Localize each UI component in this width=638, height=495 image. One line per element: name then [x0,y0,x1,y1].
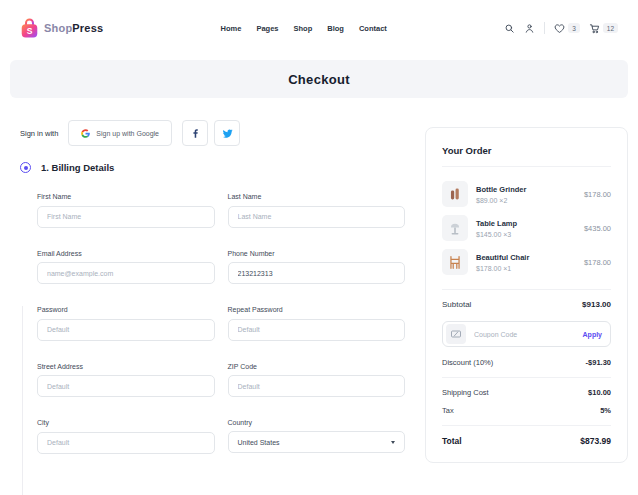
divider [442,166,611,167]
checkout-form-column: Sign in with Sign up with Google [20,120,405,463]
order-item: Table Lamp $145.00 ×3 $435.00 [442,211,611,245]
zip-code-field: ZIP Code [228,363,406,398]
discount-row: Discount (10%) -$91.30 [442,358,611,367]
discount-value: -$91.30 [586,358,611,367]
form-row: Street Address ZIP Code [37,363,405,398]
divider [442,289,611,290]
street-address-input[interactable] [37,375,215,397]
wishlist-button[interactable]: 3 [554,23,580,34]
city-label: City [37,419,215,426]
password-input[interactable] [37,319,215,341]
chevron-down-icon [391,441,395,444]
subtotal-value: $913.00 [582,300,611,309]
email-field: Email Address [37,250,215,285]
nav-item-shop[interactable]: Shop [294,24,313,33]
tax-row: Tax 5% [442,406,611,415]
order-item-total: $178.00 [584,190,611,199]
main-content: Sign in with Sign up with Google [0,120,638,463]
form-row: First Name Last Name [37,193,405,228]
lamp-icon [442,215,468,241]
signin-row: Sign in with Sign up with Google [20,120,405,146]
shipping-value: $10.00 [588,388,611,397]
last-name-label: Last Name [228,193,406,200]
order-item-total: $178.00 [584,258,611,267]
password-label: Password [37,306,215,313]
order-item-name: Table Lamp [476,219,576,228]
page-banner: Checkout [10,60,628,98]
nav-item-home[interactable]: Home [221,24,242,33]
shipping-label: Shipping Cost [442,388,489,397]
last-name-field: Last Name [228,193,406,228]
google-signup-button[interactable]: Sign up with Google [68,120,172,146]
total-value: $873.99 [580,436,611,446]
page-title: Checkout [288,72,350,87]
header-icons: 3 12 [504,22,618,34]
phone-label: Phone Number [228,250,406,257]
tax-label: Tax [442,406,454,415]
order-item: Beautiful Chair $178.00 ×1 $178.00 [442,245,611,279]
nav-item-blog[interactable]: Blog [327,24,344,33]
coupon-code-input[interactable] [466,331,583,338]
form-row: Password Repeat Password [37,306,405,341]
order-item-price: $145.00 ×3 [476,231,576,238]
chair-icon [442,249,468,275]
divider [442,377,611,378]
user-icon[interactable] [524,23,535,34]
billing-step-radio[interactable] [20,162,31,173]
order-summary-title: Your Order [442,145,611,156]
order-item-total: $435.00 [584,224,611,233]
nav-item-contact[interactable]: Contact [359,24,387,33]
form-row: City Country United States [37,419,405,454]
country-label: Country [228,419,406,426]
last-name-input[interactable] [228,206,406,228]
zip-code-input[interactable] [228,375,406,397]
street-address-label: Street Address [37,363,215,370]
billing-step-header: 1. Billing Details [20,162,405,173]
wishlist-count-badge: 3 [568,23,580,33]
logo[interactable]: S ShopPress [20,18,103,39]
order-item-name: Bottle Grinder [476,185,576,194]
first-name-input[interactable] [37,206,215,228]
first-name-field: First Name [37,193,215,228]
order-item-info: Beautiful Chair $178.00 ×1 [476,253,576,272]
country-select[interactable]: United States [228,431,406,453]
coupon-box: Apply [442,321,611,347]
street-address-field: Street Address [37,363,215,398]
google-icon [81,129,90,138]
repeat-password-input[interactable] [228,319,406,341]
nav-item-pages[interactable]: Pages [256,24,278,33]
shipping-row: Shipping Cost $10.00 [442,388,611,397]
repeat-password-label: Repeat Password [228,306,406,313]
tax-value: 5% [600,406,611,415]
repeat-password-field: Repeat Password [228,306,406,341]
cart-button[interactable]: 12 [589,23,618,34]
fees-section: Shipping Cost $10.00 Tax 5% [442,388,611,415]
facebook-signin-button[interactable] [182,120,208,146]
billing-step-title: 1. Billing Details [41,162,114,173]
cart-count-badge: 12 [603,23,618,33]
facebook-icon [190,128,201,139]
order-summary-card: Your Order Bottle Grinder $89.00 ×2 $178… [425,127,628,463]
subtotal-label: Subtotal [442,300,471,309]
twitter-signin-button[interactable] [214,120,240,146]
order-item-price: $178.00 ×1 [476,265,576,272]
ticket-icon [446,324,466,344]
city-input[interactable] [37,432,215,454]
first-name-label: First Name [37,193,215,200]
phone-input[interactable] [228,262,406,284]
shop-bag-icon: S [20,18,39,39]
country-field: Country United States [228,419,406,454]
discount-label: Discount (10%) [442,358,493,367]
search-icon[interactable] [504,23,515,34]
twitter-icon [222,128,233,139]
heart-icon [554,23,565,34]
order-item-info: Table Lamp $145.00 ×3 [476,219,576,238]
email-label: Email Address [37,250,215,257]
svg-text:S: S [27,25,33,35]
order-item-price: $89.00 ×2 [476,197,576,204]
password-field: Password [37,306,215,341]
email-input[interactable] [37,262,215,284]
order-item: Bottle Grinder $89.00 ×2 $178.00 [442,177,611,211]
bottles-icon [442,181,468,207]
apply-coupon-button[interactable]: Apply [583,331,607,338]
